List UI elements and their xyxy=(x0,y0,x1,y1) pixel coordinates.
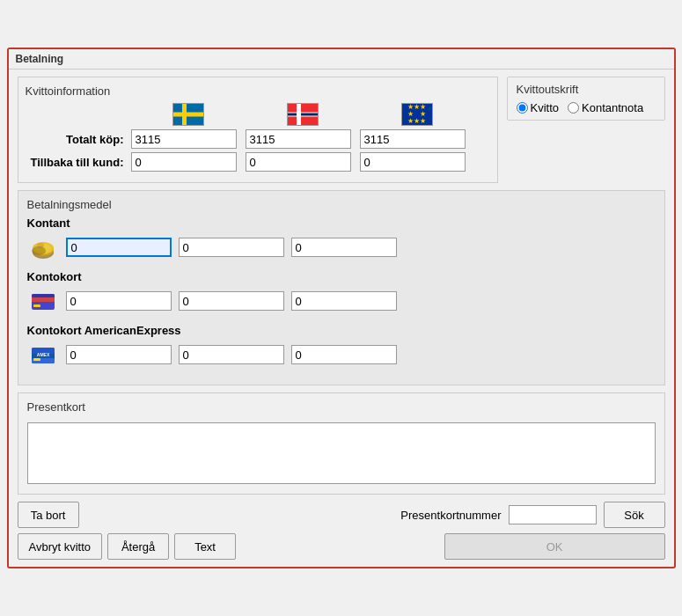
kontant-title: Kontant xyxy=(27,216,656,230)
ok-button[interactable]: OK xyxy=(444,533,665,560)
svg-point-5 xyxy=(32,246,46,255)
totalt-kop-row: Totalt köp: xyxy=(26,129,490,149)
flag-no-blue-v xyxy=(297,104,300,125)
kontokort-input-se[interactable] xyxy=(66,291,172,311)
amex-row: AMEX xyxy=(27,341,656,369)
totalt-kop-se[interactable] xyxy=(131,129,237,149)
ta-bort-button[interactable]: Ta bort xyxy=(18,502,79,528)
amex-input-no[interactable] xyxy=(179,345,284,364)
amex-title: Kontokort AmericanExpress xyxy=(27,324,656,337)
kontantnota-radio-text: Kontantnota xyxy=(582,101,643,114)
kvitto-radio-label[interactable]: Kvitto xyxy=(517,101,560,114)
tillbaka-label: Tillbaka till kund: xyxy=(26,156,131,169)
svg-rect-7 xyxy=(32,297,55,302)
kontant-group: Kontant xyxy=(27,216,656,261)
svg-rect-13 xyxy=(33,358,40,361)
top-area: Kvittoinformation xyxy=(18,77,665,183)
tillbaka-row: Tillbaka till kund: xyxy=(26,152,490,172)
kvittoutskrift-box: Kvittoutskrift Kvitto Kontantnota xyxy=(507,77,665,121)
kontokort-title: Kontokort xyxy=(27,270,656,283)
atergå-button[interactable]: Återgå xyxy=(107,533,169,560)
amex-svg: AMEX xyxy=(30,342,56,367)
betalningsmedel-section: Betalningsmedel Kontant xyxy=(18,190,665,385)
totalt-kop-eu[interactable] xyxy=(360,129,466,149)
flag-se-cell xyxy=(131,103,246,126)
betalningsmedel-title: Betalningsmedel xyxy=(27,198,656,211)
flag-no-cell xyxy=(246,103,360,126)
bottom-row2: Avbryt kvitto Återgå Text OK xyxy=(18,533,665,560)
kvittoinformation-box: Kvittoinformation xyxy=(18,77,498,183)
tillbaka-no[interactable] xyxy=(246,152,351,172)
text-button[interactable]: Text xyxy=(174,533,236,560)
kontokort-group: Kontokort xyxy=(27,270,656,315)
kontantnota-radio[interactable] xyxy=(568,102,579,114)
kontant-input-se[interactable] xyxy=(66,238,172,257)
svg-rect-9 xyxy=(32,294,55,297)
card-svg xyxy=(30,289,56,313)
svg-rect-8 xyxy=(33,304,40,307)
tillbaka-se[interactable] xyxy=(131,152,237,172)
kontant-row xyxy=(27,233,656,261)
kvitto-radio-text: Kvitto xyxy=(531,101,560,114)
bottom-row1: Ta bort Presentkortnummer Sök xyxy=(18,502,665,528)
kontokort-input-eu[interactable] xyxy=(291,291,397,311)
flags-row: ★★★★ ★★★★ xyxy=(131,103,490,126)
kontokort-icon xyxy=(27,287,59,315)
kontokort-input-no[interactable] xyxy=(179,291,284,311)
presentkortnummer-input[interactable] xyxy=(509,505,597,524)
amex-icon: AMEX xyxy=(27,341,59,369)
kontant-input-no[interactable] xyxy=(179,238,284,257)
tillbaka-eu[interactable] xyxy=(360,152,466,172)
kvittoutskrift-options: Kvitto Kontantnota xyxy=(517,101,656,114)
amex-input-eu[interactable] xyxy=(291,345,397,364)
kontantnota-radio-label[interactable]: Kontantnota xyxy=(568,101,643,114)
svg-text:AMEX: AMEX xyxy=(36,352,49,357)
flag-eu-icon: ★★★★ ★★★★ xyxy=(401,103,433,126)
presentkort-textarea[interactable] xyxy=(27,422,656,484)
amex-group: Kontokort AmericanExpress AMEX xyxy=(27,324,656,369)
kontokort-row xyxy=(27,287,656,315)
kvittoutskrift-title: Kvittoutskrift xyxy=(517,83,656,96)
avbryt-kvitto-button[interactable]: Avbryt kvitto xyxy=(18,533,103,560)
presentkort-section: Presentkort xyxy=(18,392,665,495)
flag-no-icon xyxy=(287,103,319,126)
coin-svg xyxy=(30,235,56,260)
window-title: Betalning xyxy=(16,53,64,65)
totalt-kop-label: Totalt köp: xyxy=(26,133,131,146)
flag-se-icon xyxy=(172,103,204,126)
totalt-kop-no[interactable] xyxy=(246,129,351,149)
sok-button[interactable]: Sök xyxy=(604,502,665,528)
eu-stars: ★★★★ ★★★★ xyxy=(407,104,426,125)
kvitto-radio[interactable] xyxy=(517,102,528,114)
kvittoinformation-title: Kvittoinformation xyxy=(26,84,490,98)
main-window: Betalning Kvittoinformation xyxy=(7,48,676,568)
kontant-input-eu[interactable] xyxy=(291,238,397,257)
flag-no-blue-h xyxy=(288,114,318,116)
presentkort-title: Presentkort xyxy=(27,400,656,414)
presentkortnummer-label: Presentkortnummer xyxy=(400,509,501,522)
flag-eu-cell: ★★★★ ★★★★ xyxy=(360,103,474,126)
amex-input-se[interactable] xyxy=(66,345,172,364)
kontant-icon xyxy=(27,233,59,261)
title-bar: Betalning xyxy=(9,49,674,70)
